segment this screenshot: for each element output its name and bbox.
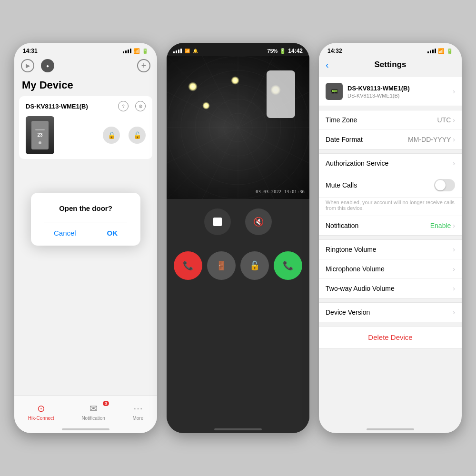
- settings-row-timezone[interactable]: Time Zone UTC ›: [319, 110, 462, 130]
- status-bar-2: 📶 🔔 75% 🔋 14:42: [167, 43, 309, 56]
- light-4: [202, 102, 210, 109]
- svg-line-9: [238, 128, 274, 199]
- ringtone-chevron: ›: [453, 246, 455, 253]
- dialog-ok-button[interactable]: OK: [98, 228, 128, 238]
- answer-button[interactable]: 📞: [274, 251, 302, 280]
- dialog-cancel-button[interactable]: Cancel: [44, 228, 86, 238]
- time-3: 14:32: [327, 48, 342, 54]
- battery-icon-2: 🔋: [279, 48, 286, 54]
- settings-group-4: Device Version ›: [319, 302, 462, 322]
- status-bar-3: 14:32 📶 🔋: [319, 43, 462, 56]
- door-open-call-button-1[interactable]: 🚪: [207, 251, 236, 280]
- delete-device-button[interactable]: Delete Device: [319, 326, 462, 348]
- device-info-name: DS-KV8113-WME1(B): [347, 85, 453, 92]
- twoway-label: Two-way Audio Volume: [326, 285, 395, 292]
- device-row-chevron: ›: [453, 88, 455, 95]
- video-bottom-fill: [167, 294, 309, 433]
- toggle-knob: [435, 180, 446, 190]
- svg-line-13: [167, 128, 238, 163]
- settings-group-2: Authorization Service › Mute Calls When …: [319, 153, 462, 236]
- svg-line-0: [167, 56, 238, 128]
- call-actions-bar: 📞 🚪 🔓 📞: [167, 242, 309, 294]
- light-1: [188, 82, 198, 91]
- p2-battery-pct: 75%: [267, 48, 278, 54]
- mute-icon: 🔇: [253, 217, 264, 227]
- device-type-icon: 📟: [330, 88, 338, 95]
- auth-label: Authorization Service: [326, 159, 388, 167]
- bottom-tab-bar: ⊙ Hik-Connect ✉ 3 Notification ⋯ More: [14, 395, 157, 433]
- ringtone-label: Ringtone Volume: [326, 246, 377, 253]
- settings-row-mic[interactable]: Microphone Volume ›: [319, 259, 462, 279]
- device-info-text: DS-KV8113-WME1(B) DS-KV8113-WME1(B): [347, 85, 453, 99]
- mute-hint-text: When enabled, your account will no longe…: [319, 198, 462, 216]
- status-icons-3: 📶 🔋: [427, 48, 453, 54]
- device-info-model: DS-KV8113-WME1(B): [347, 93, 453, 99]
- settings-row-version[interactable]: Device Version ›: [319, 303, 462, 322]
- battery-icon-3: 🔋: [446, 48, 453, 54]
- svg-line-1: [202, 56, 238, 128]
- dialog-overlay: Open the door? Cancel OK: [14, 43, 157, 395]
- signal-icon-3: [427, 49, 436, 53]
- version-chevron: ›: [453, 308, 455, 316]
- phone-2: 📶 🔔 75% 🔋 14:42: [167, 43, 309, 433]
- home-indicator-3: [367, 428, 414, 430]
- video-feed: 03-03-2022 13:01:36: [167, 56, 309, 199]
- mute-toggle[interactable]: [434, 179, 455, 191]
- tab-notification[interactable]: ✉ 3 Notification: [81, 403, 105, 421]
- timezone-label: Time Zone: [326, 116, 357, 124]
- tab-more[interactable]: ⋯ More: [132, 403, 143, 421]
- tab-notification-label: Notification: [81, 416, 105, 421]
- phone-3: 14:32 📶 🔋 ‹ Settings 📟 D: [319, 43, 462, 433]
- video-controls-bar: 🔇: [167, 199, 309, 242]
- home-indicator-2: [214, 428, 262, 430]
- settings-row-mute[interactable]: Mute Calls: [319, 173, 462, 198]
- mute-button[interactable]: 🔇: [245, 208, 272, 235]
- stop-icon: [213, 218, 222, 226]
- settings-row-twoway[interactable]: Two-way Audio Volume ›: [319, 279, 462, 298]
- dateformat-label: Date Format: [326, 136, 363, 143]
- back-button[interactable]: ‹: [326, 60, 329, 70]
- carrier-text: 📶: [185, 49, 190, 53]
- tab-more-label: More: [132, 416, 143, 421]
- notification-label: Notification: [326, 222, 358, 229]
- notification-icon: ✉: [89, 403, 98, 414]
- device-info-row[interactable]: 📟 DS-KV8113-WME1(B) DS-KV8113-WME1(B) ›: [319, 77, 462, 106]
- wifi-icon-3: 📶: [438, 48, 445, 54]
- timezone-value: UTC ›: [437, 116, 455, 124]
- svg-line-15: [167, 92, 238, 128]
- notification-badge: 3: [103, 401, 109, 406]
- auth-chevron: ›: [453, 159, 455, 167]
- door-icon-1: 🚪: [216, 260, 227, 271]
- svg-line-7: [238, 128, 309, 163]
- settings-row-auth[interactable]: Authorization Service ›: [319, 154, 462, 173]
- settings-row-dateformat[interactable]: Date Format MM-DD-YYYY ›: [319, 130, 462, 149]
- settings-row-notification[interactable]: Notification Enable ›: [319, 216, 462, 235]
- hang-up-button[interactable]: 📞: [174, 251, 202, 280]
- open-door-dialog: Open the door? Cancel OK: [31, 193, 140, 246]
- tab-hik-label: Hik-Connect: [28, 416, 54, 421]
- mic-chevron: ›: [453, 265, 455, 273]
- hang-up-icon: 📞: [183, 260, 193, 271]
- answer-icon: 📞: [283, 260, 293, 271]
- p2-right-status: 75% 🔋 14:42: [267, 48, 303, 54]
- stop-button[interactable]: [204, 208, 231, 235]
- settings-group-1: Time Zone UTC › Date Format MM-DD-YYYY ›: [319, 110, 462, 149]
- light-2: [231, 76, 239, 85]
- svg-line-8: [238, 128, 309, 199]
- dialog-buttons: Cancel OK: [44, 222, 127, 238]
- mute-label: Mute Calls: [326, 181, 357, 189]
- home-indicator-1: [62, 428, 109, 430]
- door-open-call-button-2[interactable]: 🔓: [240, 251, 269, 280]
- video-timestamp: 03-03-2022 13:01:36: [256, 189, 305, 194]
- tab-hik-connect[interactable]: ⊙ Hik-Connect: [28, 403, 54, 421]
- phone-1: 14:31 📶 🔋 ▶ ● + My Device: [14, 43, 157, 433]
- settings-row-ringtone[interactable]: Ringtone Volume ›: [319, 240, 462, 259]
- person-silhouette: [267, 70, 295, 118]
- notification-value: Enable ›: [430, 222, 455, 229]
- data-icon: 🔔: [193, 49, 198, 53]
- more-icon: ⋯: [133, 403, 143, 414]
- dateformat-value: MM-DD-YYYY ›: [408, 136, 455, 143]
- device-icon-box: 📟: [326, 83, 343, 100]
- mic-label: Microphone Volume: [326, 265, 385, 273]
- settings-group-3: Ringtone Volume › Microphone Volume › Tw…: [319, 239, 462, 298]
